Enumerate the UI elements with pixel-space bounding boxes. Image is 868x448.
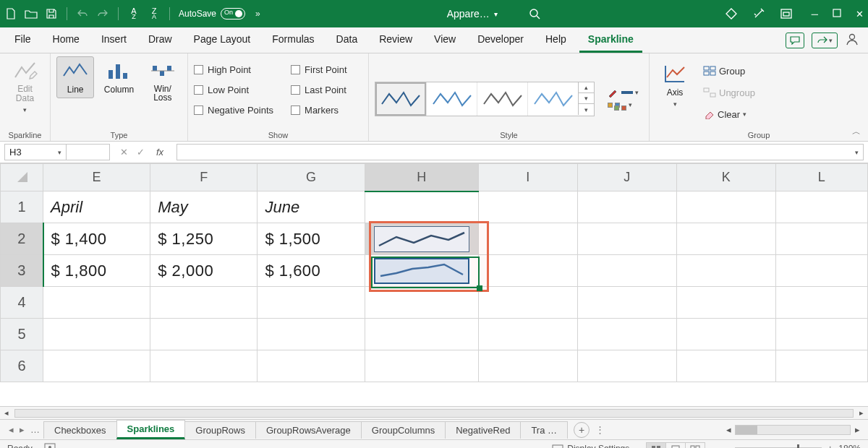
- type-column-button[interactable]: Column: [100, 56, 137, 98]
- menu-developer[interactable]: Developer: [469, 27, 532, 53]
- cell-J3[interactable]: [577, 255, 676, 287]
- style-swatch-4[interactable]: [527, 82, 578, 116]
- tab-grouprows[interactable]: GroupRows: [184, 421, 256, 439]
- cell-I2[interactable]: [478, 223, 577, 255]
- cell-H2[interactable]: [365, 223, 478, 255]
- qat-overflow[interactable]: »: [252, 9, 263, 19]
- cell-K3[interactable]: [676, 255, 775, 287]
- sparkline-color[interactable]: ▾: [608, 87, 639, 98]
- cell-F2[interactable]: $ 1,250: [150, 223, 258, 255]
- view-normal[interactable]: [646, 442, 666, 449]
- diamond-icon[interactable]: [725, 7, 738, 20]
- name-box[interactable]: H3▾: [4, 144, 67, 160]
- expand-formula-icon[interactable]: ▾: [855, 149, 859, 156]
- sort-asc-icon[interactable]: AZ: [127, 7, 140, 20]
- menu-home[interactable]: Home: [44, 27, 88, 53]
- cell-L3[interactable]: [775, 255, 867, 287]
- cell-E2[interactable]: $ 1,400: [43, 223, 150, 255]
- menu-file[interactable]: File: [6, 27, 40, 53]
- menu-formulas[interactable]: Formulas: [263, 27, 323, 53]
- ribbon-collapse-icon[interactable]: ︿: [852, 126, 861, 138]
- tab-nav-next[interactable]: ▸: [20, 424, 25, 435]
- zoom-in[interactable]: +: [827, 444, 833, 449]
- view-page-layout[interactable]: [665, 442, 686, 449]
- ungroup-button[interactable]: Ungroup: [703, 84, 755, 101]
- tab-tra[interactable]: Tra …: [520, 421, 568, 439]
- style-swatch-1[interactable]: [375, 82, 426, 116]
- tabs-scroll-right[interactable]: ▸: [851, 424, 864, 435]
- share-button[interactable]: ▾: [812, 33, 838, 48]
- style-swatch-2[interactable]: [426, 82, 477, 116]
- row-header-2[interactable]: 2: [1, 223, 43, 255]
- spreadsheet-grid[interactable]: E F G H I J K L 1 April May June 2 $ 1,4…: [0, 163, 868, 406]
- row-header-3[interactable]: 3: [1, 255, 43, 287]
- cell-I1[interactable]: [478, 191, 577, 223]
- tab-groupcolumns[interactable]: GroupColumns: [361, 421, 446, 439]
- tab-nav-ellipsis[interactable]: …: [30, 424, 40, 435]
- scroll-left-icon[interactable]: ◂: [0, 408, 13, 418]
- check-low-point[interactable]: Low Point: [194, 81, 273, 98]
- maximize-icon[interactable]: [833, 9, 841, 20]
- tab-grouprowsaverage[interactable]: GroupRowsAverage: [255, 421, 362, 439]
- cell-F3[interactable]: $ 2,000: [150, 255, 258, 287]
- type-line-button[interactable]: Line: [56, 56, 94, 98]
- fx-icon[interactable]: fx: [153, 147, 166, 158]
- cell-K2[interactable]: [676, 223, 775, 255]
- cell-J1[interactable]: [577, 191, 676, 223]
- comments-button[interactable]: [786, 33, 804, 48]
- menu-help[interactable]: Help: [537, 27, 575, 53]
- col-header-E[interactable]: E: [43, 164, 150, 191]
- scroll-right-icon[interactable]: ▸: [855, 408, 868, 418]
- menu-insert[interactable]: Insert: [93, 27, 135, 53]
- tab-nav-prev[interactable]: ◂: [9, 424, 14, 435]
- check-high-point[interactable]: High Point: [194, 61, 273, 78]
- cell-G1[interactable]: June: [258, 191, 365, 223]
- col-header-I[interactable]: I: [478, 164, 577, 191]
- select-all-corner[interactable]: [1, 164, 43, 191]
- cell-L2[interactable]: [775, 223, 867, 255]
- check-first-point[interactable]: First Point: [291, 61, 347, 78]
- zoom-out[interactable]: −: [724, 444, 729, 449]
- formula-input[interactable]: ▾: [176, 144, 864, 160]
- redo-icon[interactable]: [96, 7, 109, 20]
- save-icon[interactable]: [45, 7, 58, 20]
- col-header-G[interactable]: G: [258, 164, 365, 191]
- account-icon[interactable]: [845, 32, 859, 48]
- window-mode-icon[interactable]: [780, 7, 793, 20]
- view-page-break[interactable]: [685, 442, 705, 449]
- menu-sparkline[interactable]: Sparkline: [579, 27, 642, 53]
- cell-H3[interactable]: [365, 255, 478, 287]
- search-icon[interactable]: [528, 7, 541, 20]
- confirm-icon[interactable]: ✓: [137, 147, 145, 158]
- menu-data[interactable]: Data: [328, 27, 367, 53]
- row-header-1[interactable]: 1: [1, 191, 43, 223]
- menu-view[interactable]: View: [425, 27, 464, 53]
- menu-draw[interactable]: Draw: [140, 27, 181, 53]
- cell-L1[interactable]: [775, 191, 867, 223]
- cell-K1[interactable]: [676, 191, 775, 223]
- workbook-title[interactable]: Appare… ▾: [447, 8, 498, 20]
- style-swatch-3[interactable]: [477, 82, 527, 116]
- row-header-5[interactable]: 5: [1, 319, 43, 350]
- clear-button[interactable]: Clear▾: [703, 105, 755, 123]
- style-gallery[interactable]: ▴ ▾ ▾: [375, 82, 595, 116]
- col-header-F[interactable]: F: [150, 164, 258, 191]
- open-file-icon[interactable]: [25, 7, 38, 20]
- tab-checkboxes[interactable]: Checkboxes: [43, 421, 117, 439]
- new-sheet-button[interactable]: +: [574, 422, 590, 438]
- tab-negativered[interactable]: NegativeRed: [445, 421, 521, 439]
- grid-hscroll[interactable]: ◂ ▸: [0, 406, 868, 419]
- menu-review[interactable]: Review: [370, 27, 421, 53]
- tab-sparklines[interactable]: Sparklines: [116, 420, 186, 439]
- close-icon[interactable]: ✕: [856, 9, 864, 20]
- sort-desc-icon[interactable]: ZA: [148, 7, 161, 20]
- zoom-level[interactable]: 180%: [838, 444, 861, 449]
- display-settings[interactable]: Display Settings: [552, 444, 629, 449]
- minimize-icon[interactable]: ─: [812, 9, 818, 20]
- autosave-toggle[interactable]: AutoSave On: [179, 8, 245, 20]
- check-markers[interactable]: Markers: [291, 101, 347, 119]
- cell-F1[interactable]: May: [150, 191, 258, 223]
- col-header-H[interactable]: H: [365, 164, 478, 191]
- menu-page-layout[interactable]: Page Layout: [185, 27, 260, 53]
- macro-record-icon[interactable]: [44, 443, 56, 448]
